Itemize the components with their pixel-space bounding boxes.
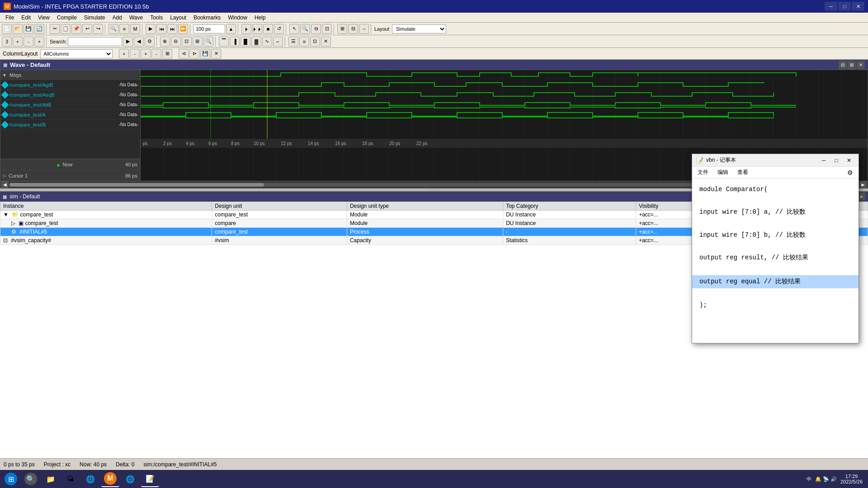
tb-undo[interactable]: ↩ [82,24,92,34]
tb2-2[interactable]: + [13,37,23,47]
menu-help[interactable]: Help [251,14,269,22]
tb-open[interactable]: 📂 [13,24,23,34]
tb-compile-run[interactable]: ▶ [146,24,156,34]
scroll-right[interactable]: ▶ [859,181,867,188]
tb-run-fwd[interactable]: ⏭ [167,24,177,34]
col-btn1[interactable]: + [119,49,129,59]
tb2-wave6[interactable]: ⌐ [273,37,283,47]
menu-window[interactable]: Window [224,14,251,22]
tb2-wave1[interactable]: ▔ [219,37,229,47]
wave-menu-btn[interactable]: ▼ [2,73,7,78]
taskbar-clock[interactable]: 17:29 2022/5/26 [840,474,863,484]
tb2-zoom-in2[interactable]: 🔍 [203,37,213,47]
notepad-settings[interactable]: ⚙ [845,168,855,177]
tb2-zoom-out[interactable]: ⊖ [171,37,181,47]
tb-zoom-in[interactable]: 🔍 [300,24,310,34]
search-input[interactable] [68,37,122,46]
col-btn3[interactable]: + [141,49,151,59]
menu-layout[interactable]: Layout [166,14,190,22]
tb2-search-go[interactable]: ▶ [123,37,133,47]
col-btn5[interactable]: ⊞ [162,49,172,59]
tb-refresh[interactable]: 🔄 [34,24,44,34]
tb-align[interactable]: ≡ [119,24,129,34]
signal-row-3[interactable]: /compare_test/A -No Data- [0,110,140,120]
taskbar-weather[interactable]: 🌤 [61,471,80,487]
notepad-menu-view[interactable]: 查看 [736,168,750,177]
scroll-left[interactable]: ◀ [1,181,9,188]
tb2-wave2[interactable]: ▐ [230,37,240,47]
tb2-wave5[interactable]: ∿ [262,37,272,47]
tb2-cov3[interactable]: ⊡ [310,37,320,47]
tb-expand[interactable]: ⊞ [337,24,347,34]
menu-view[interactable]: View [34,14,53,22]
tb-run-back[interactable]: ⏮ [156,24,166,34]
tb2-3[interactable]: - [24,37,33,47]
signal-row-0[interactable]: /compare_test/AgtB -No Data- [0,80,140,90]
col-btn6[interactable]: ⊲ [179,49,189,59]
tb-cut[interactable]: ✂ [50,24,60,34]
tb-redo[interactable]: ↪ [93,24,103,34]
tb2-wave3[interactable]: █ [241,37,250,47]
close-button[interactable]: ✕ [852,2,864,11]
tb-copy[interactable]: 📋 [61,24,71,34]
notepad-menu-edit[interactable]: 编辑 [716,168,730,177]
time-input[interactable] [193,24,225,33]
tb2-4[interactable]: + [34,37,44,47]
tb-new[interactable]: 📄 [2,24,12,34]
time-up[interactable]: ▲ [226,24,236,34]
menu-bookmarks[interactable]: Bookmarks [190,14,224,22]
signal-row-4[interactable]: /compare_test/B -No Data- [0,120,140,130]
col-btn8[interactable]: 💾 [200,49,210,59]
tb-cursor[interactable]: ↖ [289,24,299,34]
tb-zoom-fit[interactable]: ⊡ [322,24,332,34]
taskbar-file-explorer[interactable]: 📁 [42,471,60,487]
notepad-maximize[interactable]: □ [830,155,842,165]
col-btn4[interactable]: - [151,49,161,59]
tb-zoom-out[interactable]: ⊖ [311,24,321,34]
menu-simulate[interactable]: Simulate [80,14,109,22]
maximize-button[interactable]: □ [838,2,851,11]
col-layout-select[interactable]: AllColumns [40,49,113,58]
menu-edit[interactable]: Edit [18,14,34,22]
notepad-close[interactable]: ✕ [843,155,855,165]
taskbar-globe[interactable]: 🌐 [121,471,139,487]
taskbar-start[interactable]: ⊞ [2,471,20,487]
signal-row-2[interactable]: /compare_test/AltB -No Data- [0,100,140,110]
menu-tools[interactable]: Tools [146,14,166,22]
tb-restart[interactable]: ↺ [274,24,284,34]
tb2-cov2[interactable]: ≡ [299,37,309,47]
col-btn2[interactable]: - [130,49,140,59]
tb2-1[interactable]: 3 [2,37,12,47]
minimize-button[interactable]: ─ [825,2,837,11]
tb-collapse[interactable]: ⊟ [348,24,358,34]
notepad-content[interactable]: module Comparator( input wire [7:0] a, /… [692,178,859,343]
menu-compile[interactable]: Compile [53,14,80,22]
tb-find[interactable]: 🔍 [108,24,118,34]
tb2-zoom-sel[interactable]: ⊞ [193,37,203,47]
tb2-wave4[interactable]: ▓ [251,37,261,47]
tb-paste[interactable]: 📌 [71,24,81,34]
notepad-menu-file[interactable]: 文件 [696,168,710,177]
col-btn7[interactable]: ⊳ [189,49,199,59]
tb2-cov1[interactable]: ☰ [288,37,298,47]
wave-panel-float[interactable]: ⊞ [848,61,856,69]
tb2-zoom-in[interactable]: ⊕ [160,37,170,47]
tb-save[interactable]: 💾 [24,24,33,34]
notepad-minimize[interactable]: ─ [818,155,830,165]
taskbar-modelsim[interactable]: M [101,471,119,487]
tb-next[interactable]: → [359,24,369,34]
taskbar-search[interactable]: 🔍 [22,471,40,487]
tb-run-btn[interactable]: ⏵ [241,24,251,34]
tb2-zoom-full[interactable]: ⊡ [182,37,192,47]
taskbar-edge[interactable]: 🌐 [81,471,99,487]
tb-run-all[interactable]: ⏵⏵ [252,24,262,34]
menu-add[interactable]: Add [109,14,126,22]
tb-indent[interactable]: M [130,24,140,34]
tb2-search-prev[interactable]: ◀ [134,37,144,47]
signal-row-1[interactable]: /compare_test/AeqB -No Data- [0,90,140,100]
menu-file[interactable]: File [2,14,18,22]
tb2-cov4[interactable]: ✕ [321,37,331,47]
taskbar-notepad[interactable]: 📝 [141,471,159,487]
col-btn9[interactable]: ✕ [211,49,221,59]
wave-panel-close[interactable]: ✕ [857,61,865,69]
